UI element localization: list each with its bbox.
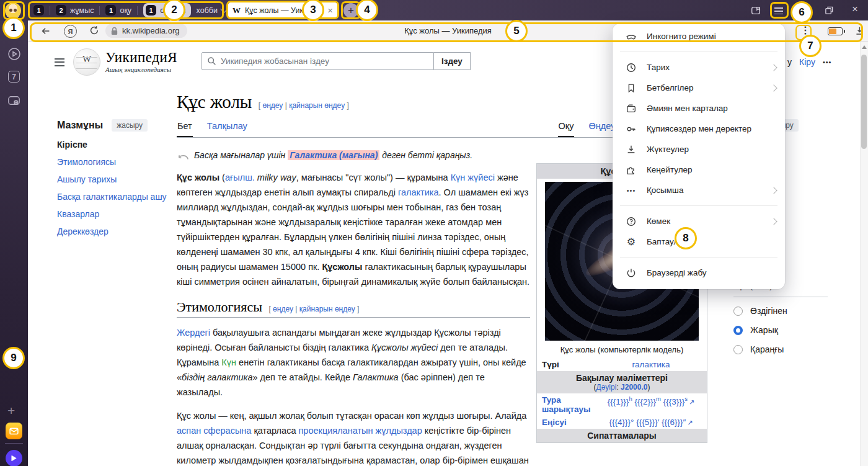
help-icon [625,216,637,227]
radio-dark[interactable]: Қараңғы [733,344,828,354]
wiki-article: Құс жолы [ өңдеу | қайнарын өңдеу ] Бет … [177,92,530,466]
ra-value[interactable]: {{{1}}}h {{{2}}}m {{{3}}}s↗ [600,395,702,414]
wikipedia-globe-logo[interactable] [73,48,100,76]
wiki-toc: Мазмұны жасыру Кіріспе Этимологиясы Ашыл… [57,119,172,243]
wiki-hamburger-icon[interactable] [55,56,64,68]
scrollbar-thumb[interactable] [861,55,867,149]
menu-item-downloads[interactable]: Жүктеулер [613,139,785,159]
toc-item-discovery[interactable]: Ашылу тарихы [57,174,172,186]
radio-light[interactable]: Жарық [733,325,828,335]
bookmark-icon [625,83,637,94]
logo-title: УикипедиЯ [105,50,177,66]
search-placeholder: Уикипедия жобасынан іздеу [221,56,329,66]
browser-window: 1 2 жұмыс 1 оқу 1 отбасы хобби W Құ [0,0,868,466]
login-link[interactable]: Кіру [799,57,815,67]
sidebar-add-icon[interactable]: + [7,403,15,418]
menu-item-passwords[interactable]: Құпиясөздер мен деректер [613,119,785,139]
search-input[interactable]: Уикипедия жобасынан іздеу [202,52,434,70]
ellipsis-icon: ••• [625,187,637,194]
submenu-chevron-icon [770,64,777,71]
tab-page[interactable]: Бет [177,121,193,137]
menu-divider [620,205,777,206]
user-more-icon[interactable]: ••• [823,58,832,66]
close-window-icon[interactable]: × [852,3,858,16]
radio-icon [733,307,743,316]
menu-item-more[interactable]: ••• Қосымша [613,180,785,200]
browser-menu: Инкогнито режимі Тарих Бетбелгілер [613,24,785,289]
toc-item-quasars[interactable]: Квазарлар [57,208,172,220]
submenu-chevron-icon [770,84,777,91]
signup-link-partial[interactable]: у [787,57,792,67]
mail-icon[interactable] [6,423,22,439]
infobox-row-type: Түрі галактика [537,358,707,371]
wiki-search: Уикипедия жобасынан іздеу Іздеу [202,52,471,70]
side-panel-icon[interactable] [750,5,761,16]
infobox-row-ra: Тура шарықтауы {{{1}}}h {{{2}}}m {{{3}}}… [537,393,707,416]
tab-edit[interactable]: Өңдеу [588,121,616,137]
annotation-1: 1 [2,17,25,39]
dec-label-link[interactable]: Еңісуі [542,418,596,427]
menu-item-history[interactable]: Тарих [613,57,785,78]
tab-read[interactable]: Оқу [558,121,575,137]
play-circle-icon[interactable] [7,47,21,61]
alice-icon[interactable] [6,450,22,466]
menu-item-wallet[interactable]: Әмиян мен карталар [613,98,785,119]
paragraph-etymology-1: Жердегі бақылаушыға аспандағы мыңдаған ж… [177,325,530,400]
menu-item-help[interactable]: Көмек [613,211,785,231]
tab-counter-icon[interactable]: 7 [8,71,20,83]
screenshot-icon[interactable] [7,94,21,108]
puzzle-icon [625,164,637,176]
menu-item-settings[interactable]: ⚙ Баптаулар [613,231,785,252]
menu-item-close-browser[interactable]: Браузерді жабу [613,262,785,283]
row-label: Түрі [542,360,596,369]
menu-item-label: Әмиян мен карталар [647,104,776,113]
radio-label: Жарық [750,325,778,335]
page-title: Құс жолы [177,92,252,112]
search-button[interactable]: Іздеу [434,52,471,70]
power-icon [625,267,637,279]
infobox-char-header: Сипаттамалары [537,429,707,442]
divider [733,297,828,297]
obs-header-text: Бақылау мәліметтері [538,373,706,383]
annotation-9: 9 [2,347,25,369]
divider [5,443,23,444]
gear-icon: ⚙ [625,236,637,248]
annotation-6: 6 [790,1,813,24]
redirect-arrow-icon [177,153,189,161]
annotation-8: 8 [675,227,697,249]
submenu-chevron-icon [770,218,777,225]
annotation-box-toolbar [30,22,863,42]
wikipedia-wordmark[interactable]: УикипедиЯ Ашық энциклопедиясы [105,50,177,73]
menu-item-label: Баптаулар [647,237,776,246]
toc-item-references[interactable]: Дереккөздер [57,226,172,238]
annotation-box-tab-groups [28,1,224,19]
ra-label-link[interactable]: Тура шарықтауы [542,395,596,414]
menu-item-label: Бетбелгілер [647,83,762,92]
scroll-up-arrow[interactable] [862,45,867,49]
radio-icon [733,345,743,354]
annotation-5: 5 [505,20,528,42]
toc-item-other-galaxies[interactable]: Басқа галактикаларды ашу [57,191,172,203]
edit-links[interactable]: [ өңдеу | қайнарын өңдеу ] [259,101,349,110]
menu-divider [620,257,777,258]
toc-item-intro[interactable]: Кіріспе [57,139,172,151]
tab-talk[interactable]: Талқылау [206,121,248,137]
radio-label: Өздігінен [750,306,787,316]
section-heading-etymology: Этимологиясы [177,299,262,315]
annotation-box-hamburger [770,2,789,19]
hatnote: Басқа мағыналар үшін Галактика (мағына) … [177,150,530,161]
clock-icon [625,62,637,73]
submenu-chevron-icon [770,187,777,194]
appearance-color-section: Түс (beta) Өздігінен Жарық Қараңғы [733,280,828,354]
toc-hide-button[interactable]: жасыру [112,119,148,132]
toc-title: Мазмұны [57,120,103,131]
toc-item-etymology[interactable]: Этимологиясы [57,156,172,168]
key-icon [625,123,637,135]
radio-automatic[interactable]: Өздігінен [733,306,828,316]
edit-links[interactable]: [ өңдеу | қайнарын өңдеу ] [268,305,359,313]
menu-item-bookmarks[interactable]: Бетбелгілер [613,78,785,98]
dec-value[interactable]: {{{4}}}° {{{5}}}′ {{{6}}}″↗ [600,418,702,427]
restore-window-icon[interactable] [825,6,834,15]
menu-item-extensions[interactable]: Кеңейтулер [613,159,785,180]
galaxy-link[interactable]: галактика [632,360,670,369]
